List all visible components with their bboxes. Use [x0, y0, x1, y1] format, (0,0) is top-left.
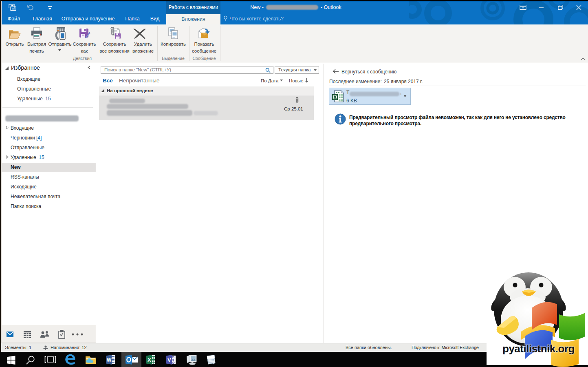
- svg-text:pyatilistnik.org: pyatilistnik.org: [502, 343, 575, 355]
- svg-text:W: W: [107, 357, 112, 363]
- svg-text:V: V: [167, 357, 171, 363]
- svg-text:X: X: [148, 357, 151, 363]
